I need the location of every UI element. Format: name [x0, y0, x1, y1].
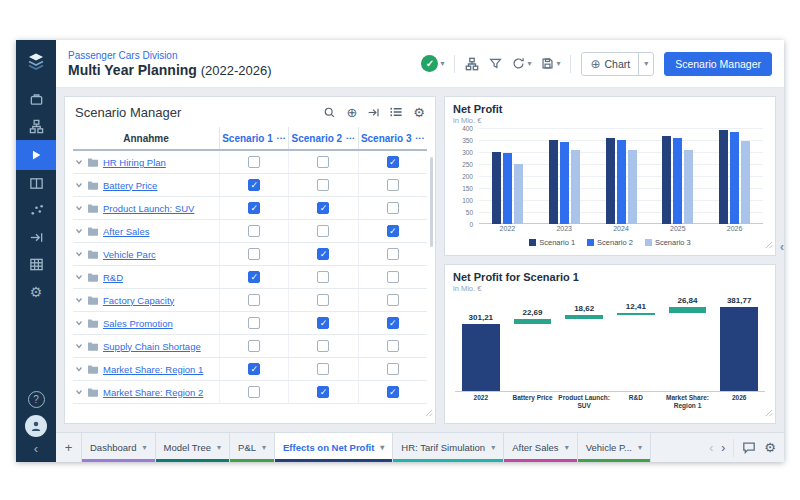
tab-effects-on-net-profit[interactable]: Effects on Net Profit▾	[275, 433, 393, 462]
assumption-link[interactable]: Sales Promotion	[103, 318, 173, 329]
assumption-checkbox[interactable]	[317, 179, 329, 191]
assumption-checkbox[interactable]: ✓	[317, 317, 329, 329]
assumption-checkbox[interactable]	[317, 271, 329, 283]
tab-hr-tarif-simulation[interactable]: HR: Tarif Simulation▾	[393, 433, 504, 462]
assumption-link[interactable]: Factory Capacity	[103, 295, 174, 306]
assumption-link[interactable]: Market Share: Region 2	[103, 387, 203, 398]
column-header-scenario-1[interactable]: Scenario 1•••	[219, 127, 288, 149]
collapse-sidebar-icon[interactable]: ‹	[34, 444, 38, 454]
assumption-checkbox[interactable]	[317, 225, 329, 237]
model-tree-icon[interactable]	[16, 113, 56, 140]
chevron-down-icon[interactable]: ▾	[491, 443, 495, 452]
analysis-icon[interactable]	[16, 197, 56, 224]
resize-handle-icon[interactable]	[765, 235, 773, 253]
collapse-panel-icon[interactable]: ‹	[780, 240, 784, 254]
resize-handle-icon[interactable]	[765, 403, 773, 421]
chevron-down-icon[interactable]	[75, 342, 83, 350]
assumption-checkbox[interactable]	[387, 248, 399, 260]
assumption-checkbox[interactable]	[248, 317, 260, 329]
assumption-checkbox[interactable]	[387, 179, 399, 191]
tab-model-tree[interactable]: Model Tree▾	[156, 433, 231, 462]
chevron-down-icon[interactable]: ▾	[217, 443, 221, 452]
data-grid-icon[interactable]	[16, 251, 56, 278]
panel-settings-icon[interactable]: ⚙	[413, 105, 425, 120]
assumption-checkbox[interactable]	[248, 248, 260, 260]
column-menu-icon[interactable]: •••	[415, 135, 424, 141]
workspace-icon[interactable]	[16, 86, 56, 113]
assumption-checkbox[interactable]: ✓	[248, 202, 260, 214]
simulation-icon[interactable]	[16, 140, 56, 170]
list-view-icon[interactable]	[390, 106, 403, 118]
column-header-scenario-3[interactable]: Scenario 3•••	[358, 127, 427, 149]
assumption-checkbox[interactable]	[317, 156, 329, 168]
jump-to-icon[interactable]	[367, 106, 380, 119]
resize-handle-icon[interactable]	[425, 403, 433, 421]
export-icon[interactable]	[16, 224, 56, 251]
save-button[interactable]: ▾	[541, 57, 560, 70]
assumption-checkbox[interactable]: ✓	[248, 271, 260, 283]
assumption-checkbox[interactable]	[317, 294, 329, 306]
assumption-checkbox[interactable]	[387, 363, 399, 375]
assumption-link[interactable]: HR Hiring Plan	[103, 157, 166, 168]
assumption-checkbox[interactable]	[248, 225, 260, 237]
chevron-down-icon[interactable]	[75, 296, 83, 304]
add-chart-button[interactable]: ⊕Chart ▾	[581, 52, 654, 76]
dashboard-icon[interactable]	[16, 170, 56, 197]
column-menu-icon[interactable]: •••	[346, 135, 355, 141]
column-header-scenario-2[interactable]: Scenario 2•••	[288, 127, 357, 149]
assumption-link[interactable]: Product Launch: SUV	[103, 203, 194, 214]
chevron-down-icon[interactable]	[75, 158, 83, 166]
chevron-down-icon[interactable]: ▾	[380, 443, 384, 452]
help-icon[interactable]: ?	[28, 391, 45, 408]
assumption-link[interactable]: After Sales	[103, 226, 149, 237]
column-menu-icon[interactable]: •••	[277, 135, 286, 141]
assumption-checkbox[interactable]	[248, 340, 260, 352]
assumption-checkbox[interactable]	[248, 156, 260, 168]
chevron-down-icon[interactable]	[75, 250, 83, 258]
scrollbar[interactable]	[430, 157, 433, 247]
assumption-checkbox[interactable]: ✓	[248, 179, 260, 191]
chevron-down-icon[interactable]: ▾	[638, 443, 642, 452]
search-icon[interactable]	[323, 106, 336, 119]
share-model-icon[interactable]	[465, 57, 479, 71]
assumption-checkbox[interactable]: ✓	[317, 248, 329, 260]
chevron-down-icon[interactable]: ▾	[262, 443, 266, 452]
assumption-checkbox[interactable]	[248, 386, 260, 398]
chevron-down-icon[interactable]: ▾	[565, 443, 569, 452]
user-avatar[interactable]	[25, 415, 47, 437]
refresh-button[interactable]: ▾	[512, 57, 531, 70]
assumption-checkbox[interactable]	[387, 340, 399, 352]
assumption-checkbox[interactable]: ✓	[387, 386, 399, 398]
add-scenario-icon[interactable]: ⊕	[346, 105, 357, 120]
assumption-checkbox[interactable]	[387, 294, 399, 306]
tab-p-l[interactable]: P&L▾	[230, 433, 275, 462]
assumption-checkbox[interactable]: ✓	[387, 156, 399, 168]
assumption-checkbox[interactable]: ✓	[317, 202, 329, 214]
scenario-manager-button[interactable]: Scenario Manager	[664, 52, 772, 76]
chevron-down-icon[interactable]	[75, 365, 83, 373]
chart-button-menu[interactable]: ▾	[638, 53, 653, 75]
chevron-down-icon[interactable]	[75, 204, 83, 212]
chevron-down-icon[interactable]: ▾	[142, 443, 146, 452]
breadcrumb[interactable]: Passenger Cars Division	[68, 49, 272, 62]
assumption-link[interactable]: Vehicle Parc	[103, 249, 156, 260]
approved-status-badge[interactable]: ✓ ▾	[421, 55, 444, 72]
chevron-down-icon[interactable]	[75, 388, 83, 396]
tabbar-settings-icon[interactable]: ⚙	[764, 440, 776, 455]
chevron-down-icon[interactable]	[75, 181, 83, 189]
tab-dashboard[interactable]: Dashboard▾	[82, 433, 156, 462]
chevron-down-icon[interactable]	[75, 319, 83, 327]
chevron-down-icon[interactable]	[75, 273, 83, 281]
assumption-checkbox[interactable]	[387, 202, 399, 214]
chevron-down-icon[interactable]	[75, 227, 83, 235]
tabs-scroll-left-icon[interactable]: ‹	[709, 441, 713, 455]
assumption-checkbox[interactable]	[387, 271, 399, 283]
add-sheet-button[interactable]: +	[56, 433, 82, 462]
settings-icon[interactable]: ⚙	[16, 278, 56, 305]
assumption-link[interactable]: Market Share: Region 1	[103, 364, 203, 375]
assumption-checkbox[interactable]: ✓	[387, 317, 399, 329]
assumption-checkbox[interactable]	[317, 363, 329, 375]
comments-icon[interactable]	[742, 441, 756, 454]
assumption-link[interactable]: Supply Chain Shortage	[103, 341, 201, 352]
tab-after-sales[interactable]: After Sales▾	[504, 433, 577, 462]
